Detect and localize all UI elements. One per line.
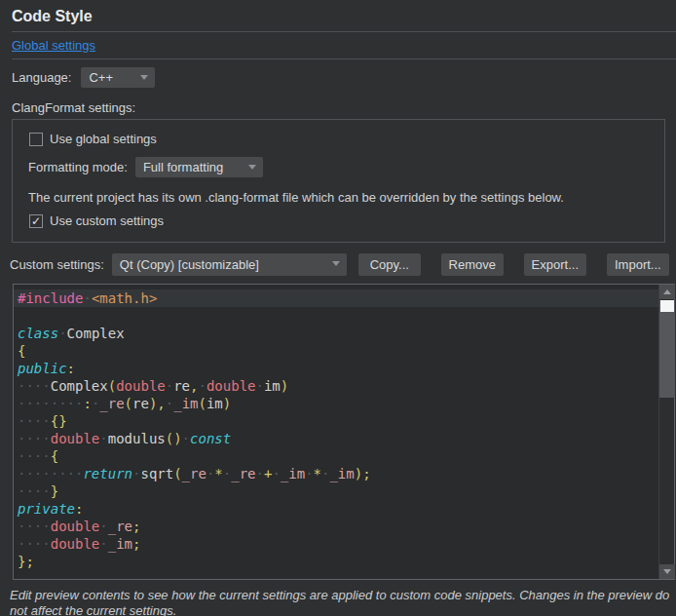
export-button[interactable]: Export... <box>524 253 586 276</box>
arrow-down-icon <box>663 569 671 574</box>
code-line[interactable]: ········:·_re(re),·_im(im) <box>14 395 658 412</box>
code-line[interactable]: ····double·modulus()·const <box>14 430 658 447</box>
use-global-settings-checkbox[interactable] <box>29 133 43 146</box>
code-line[interactable]: public: <box>14 360 658 377</box>
import-button[interactable]: Import... <box>607 253 669 276</box>
use-custom-settings-checkbox[interactable]: ✓ <box>29 214 43 228</box>
formatting-mode-value: Full formatting <box>143 160 223 174</box>
code-line[interactable]: ····Complex(double·re,·double·im) <box>14 377 658 395</box>
clang-format-file-note: The current project has its own .clang-f… <box>28 190 649 205</box>
scroll-up-button[interactable] <box>659 285 675 299</box>
use-custom-settings-label: Use custom settings <box>50 213 164 228</box>
code-line[interactable]: ····{} <box>14 412 658 430</box>
scrollbar-thumb[interactable] <box>659 300 675 398</box>
cursor-position-marker <box>660 300 674 312</box>
language-label: Language: <box>12 70 71 85</box>
chevron-down-icon <box>248 165 256 170</box>
chevron-down-icon <box>140 75 148 80</box>
divider <box>12 58 676 59</box>
vertical-scrollbar[interactable] <box>658 285 674 579</box>
custom-settings-buttons: Copy...RemoveExport...Import... <box>347 253 669 276</box>
scroll-down-button[interactable] <box>659 564 675 579</box>
use-global-settings-label: Use global settings <box>50 132 157 146</box>
arrow-up-icon <box>663 289 671 294</box>
preview-hint-text: Edit preview contents to see how the cur… <box>10 588 670 616</box>
clangformat-settings-label: ClangFormat settings: <box>12 100 664 115</box>
code-line[interactable]: #include·<math.h> <box>14 289 658 307</box>
code-line[interactable]: ····} <box>14 482 658 500</box>
custom-settings-label: Custom settings: <box>10 257 104 272</box>
code-line[interactable]: ········return·sqrt(_re·*·_re·+·_im·*·_i… <box>14 465 658 482</box>
page-title: Code Style <box>12 7 676 25</box>
code-line[interactable]: { <box>14 342 658 360</box>
language-dropdown[interactable]: C++ <box>81 67 155 88</box>
code-style-settings-page: Code Style Global settings Language: C++… <box>0 7 676 616</box>
code-line[interactable]: private: <box>14 500 658 518</box>
code-line[interactable]: ····{ <box>14 447 658 465</box>
custom-settings-dropdown[interactable]: Qt (Copy) [customizable] <box>112 253 347 276</box>
copy-button[interactable]: Copy... <box>358 253 421 276</box>
formatting-mode-label: Formatting mode: <box>28 160 128 174</box>
formatting-mode-dropdown[interactable]: Full formatting <box>135 157 263 177</box>
language-value: C++ <box>89 70 113 85</box>
clangformat-groupbox: Use global settings Formatting mode: Ful… <box>12 119 665 243</box>
code-area[interactable]: #include·<math.h> class·Complex{public:·… <box>14 285 658 579</box>
remove-button[interactable]: Remove <box>441 253 504 276</box>
custom-settings-value: Qt (Copy) [customizable] <box>120 257 259 272</box>
global-settings-link[interactable]: Global settings <box>12 38 95 53</box>
code-preview-editor[interactable]: #include·<math.h> class·Complex{public:·… <box>13 284 675 580</box>
code-line[interactable]: ····double·_re; <box>14 518 658 535</box>
code-line[interactable] <box>14 307 658 325</box>
divider <box>12 31 676 32</box>
code-line[interactable]: }; <box>14 553 658 570</box>
chevron-down-icon <box>332 261 340 266</box>
code-line[interactable]: ····double·_im; <box>14 535 658 553</box>
code-line[interactable]: class·Complex <box>14 325 658 342</box>
